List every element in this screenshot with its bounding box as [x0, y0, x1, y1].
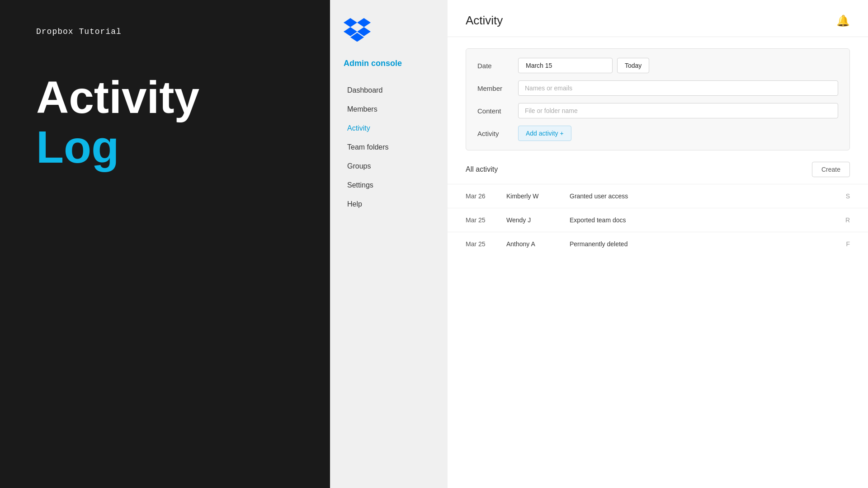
- content-label: Content: [477, 107, 518, 115]
- sidebar-item-dashboard[interactable]: Dashboard: [344, 82, 434, 99]
- main-header: Activity 🔔: [448, 0, 868, 37]
- activity-table: Mar 26 Kimberly W Granted user access S …: [448, 184, 868, 488]
- page-title: Activity: [466, 14, 503, 28]
- activity-date: Mar 26: [466, 192, 493, 200]
- hero-title: Activity Log: [36, 72, 294, 172]
- today-button[interactable]: Today: [617, 58, 649, 73]
- left-panel: Dropbox Tutorial Activity Log: [0, 0, 330, 488]
- table-row: Mar 25 Wendy J Exported team docs R: [448, 208, 868, 232]
- add-activity-button[interactable]: Add activity +: [518, 126, 571, 141]
- create-button[interactable]: Create: [812, 162, 850, 177]
- tutorial-label: Dropbox Tutorial: [36, 27, 294, 36]
- date-input[interactable]: [518, 58, 613, 73]
- activity-member: Kimberly W: [506, 192, 556, 200]
- activity-action: Granted user access: [570, 192, 832, 200]
- activity-date: Mar 25: [466, 216, 493, 224]
- dropbox-logo-icon: [344, 18, 371, 41]
- sidebar-item-groups[interactable]: Groups: [344, 158, 434, 175]
- table-row: Mar 26 Kimberly W Granted user access S: [448, 184, 868, 208]
- activity-action: Permanently deleted: [570, 240, 832, 248]
- activity-filter-label: Activity: [477, 130, 518, 137]
- sidebar-item-members[interactable]: Members: [344, 101, 434, 118]
- hero-title-part1: Activity: [36, 72, 199, 122]
- member-input[interactable]: [518, 80, 838, 96]
- bell-icon[interactable]: 🔔: [836, 14, 850, 27]
- sidebar-item-settings[interactable]: Settings: [344, 177, 434, 194]
- sidebar-item-team-folders[interactable]: Team folders: [344, 139, 434, 156]
- date-label: Date: [477, 62, 518, 70]
- hero-title-part2: Log: [36, 122, 119, 172]
- filter-row-date: Date Today: [477, 58, 838, 73]
- admin-console-label: Admin console: [344, 59, 434, 68]
- activity-list-header: All activity Create: [448, 162, 868, 184]
- filter-row-member: Member: [477, 80, 838, 96]
- activity-extra: R: [845, 216, 850, 224]
- activity-member: Anthony A: [506, 240, 556, 248]
- table-row: Mar 25 Anthony A Permanently deleted F: [448, 232, 868, 256]
- member-label: Member: [477, 84, 518, 92]
- app-panel: Admin console Dashboard Members Activity…: [330, 0, 868, 488]
- activity-extra: F: [846, 240, 850, 248]
- sidebar: Admin console Dashboard Members Activity…: [330, 0, 448, 488]
- filter-panel: Date Today Member Content Activity Add a…: [466, 48, 850, 150]
- content-input[interactable]: [518, 103, 838, 118]
- all-activity-label: All activity: [466, 165, 498, 174]
- sidebar-item-activity[interactable]: Activity: [344, 120, 434, 137]
- activity-action: Exported team docs: [570, 216, 832, 224]
- main-content: Activity 🔔 Date Today Member Content: [448, 0, 868, 488]
- activity-member: Wendy J: [506, 216, 556, 224]
- filter-row-activity: Activity Add activity +: [477, 126, 838, 141]
- activity-extra: S: [846, 192, 850, 200]
- activity-date: Mar 25: [466, 240, 493, 248]
- filter-row-content: Content: [477, 103, 838, 118]
- nav-menu: Dashboard Members Activity Team folders …: [344, 82, 434, 213]
- sidebar-item-help[interactable]: Help: [344, 196, 434, 213]
